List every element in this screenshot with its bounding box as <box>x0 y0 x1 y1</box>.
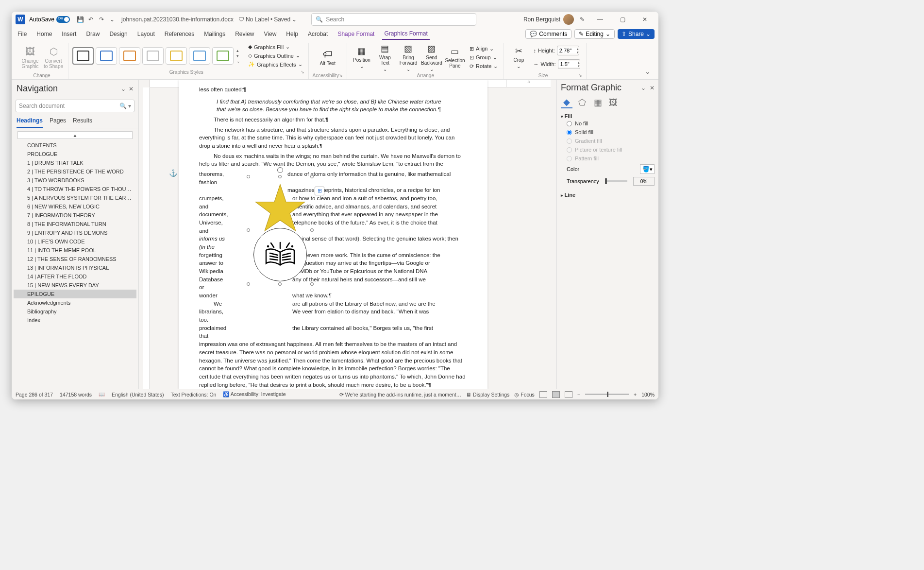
alt-text-button[interactable]: 🏷Alt Text <box>317 43 338 72</box>
document-page[interactable]: less often quoted:¶ I find that A) treme… <box>179 80 487 389</box>
zoom-slider[interactable] <box>585 394 629 395</box>
fmt-dropdown-icon[interactable]: ⌄ <box>641 85 646 91</box>
editing-dropdown[interactable]: ✎ Editing ⌄ <box>574 29 615 39</box>
fill-section-header[interactable]: Fill <box>561 113 655 119</box>
resize-handle[interactable] <box>278 282 282 286</box>
resize-handle[interactable] <box>310 228 314 232</box>
effects-tab-icon[interactable]: ⬠ <box>576 97 588 108</box>
search-input[interactable]: 🔍 Search <box>311 13 476 26</box>
word-count[interactable]: 147158 words <box>60 392 92 397</box>
nav-outline-item[interactable]: 14 | AFTER THE FLOOD <box>14 272 136 281</box>
zoom-level[interactable]: 100% <box>641 392 655 397</box>
tab-review[interactable]: Review <box>233 29 256 39</box>
graphics-effects-dropdown[interactable]: ✨ Graphics Effects ⌄ <box>246 60 304 69</box>
nav-outline-item[interactable]: Acknowledgments <box>14 298 136 307</box>
tab-graphics-format[interactable]: Graphics Format <box>382 28 429 40</box>
read-mode-icon[interactable] <box>539 391 547 398</box>
maximize-button[interactable]: ▢ <box>613 13 632 26</box>
focus-mode[interactable]: ◎ Focus <box>514 392 535 397</box>
sensitivity-label[interactable]: 🛡 No Label • Saved ⌄ <box>238 16 297 23</box>
resize-handle[interactable] <box>247 228 250 232</box>
zoom-out[interactable]: − <box>577 392 580 397</box>
styles-launcher-icon[interactable]: ↘ <box>301 69 304 75</box>
body-text[interactable]: less often quoted:¶ <box>199 86 467 94</box>
graphic-style-5[interactable] <box>166 47 187 65</box>
page-count[interactable]: Page 286 of 317 <box>16 392 53 397</box>
graphics-outline-dropdown[interactable]: ◇ Graphics Outline ⌄ <box>246 52 304 60</box>
nav-outline-item[interactable]: 6 | NEW WIRES, NEW LOGIC <box>14 202 136 211</box>
nav-jump-up[interactable]: ▲ <box>17 131 133 139</box>
nav-outline-list[interactable]: ▲ CONTENTSPROLOGUE1 | DRUMS THAT TALK2 |… <box>12 128 138 389</box>
tab-view[interactable]: View <box>262 29 279 39</box>
nav-tab-headings[interactable]: Headings <box>17 117 43 128</box>
picture-fill-radio[interactable]: Picture or texture fill <box>561 145 655 154</box>
fmt-close-icon[interactable]: ✕ <box>650 85 655 91</box>
transparency-slider[interactable] <box>605 180 627 182</box>
autosave-toggle[interactable]: AutoSave On <box>29 16 70 23</box>
styles-gallery-more[interactable]: ▴▾⌄ <box>235 48 240 64</box>
toggle-switch-icon[interactable]: On <box>56 16 70 23</box>
nav-search-input[interactable]: Search document 🔍 ▾ <box>16 100 134 112</box>
redo-icon[interactable]: ↷ <box>96 14 107 25</box>
resize-handle[interactable] <box>247 282 250 286</box>
body-text[interactable]: The network has a structure, and that st… <box>199 126 467 150</box>
align-dropdown[interactable]: ⊞ Align ⌄ <box>468 45 500 53</box>
height-input[interactable] <box>557 48 577 53</box>
layout-tab-icon[interactable]: ▦ <box>592 97 604 108</box>
language[interactable]: English (United States) <box>112 392 164 397</box>
nav-outline-item[interactable]: 3 | TWO WORDBOOKS <box>14 176 136 185</box>
spellcheck-icon[interactable]: 📖 <box>99 391 105 397</box>
filename[interactable]: johnson.pat.20231030.the-information.doc… <box>121 16 234 23</box>
nav-outline-item[interactable]: 12 | THE SENSE OF RANDOMNESS <box>14 255 136 263</box>
nav-outline-item[interactable]: Index <box>14 316 136 325</box>
nav-tab-results[interactable]: Results <box>73 117 92 128</box>
save-icon[interactable]: 💾 <box>75 14 85 25</box>
nav-outline-item[interactable]: Bibliography <box>14 307 136 316</box>
selection-pane-button[interactable]: ▭Selection Pane <box>444 43 466 72</box>
blockquote[interactable]: I find that A) tremendously comforting t… <box>217 98 450 114</box>
body-text[interactable]: impression was one of extravagant happin… <box>199 340 467 389</box>
nav-tab-pages[interactable]: Pages <box>50 117 66 128</box>
nav-outline-item[interactable]: 8 | THE INFORMATIONAL TURN <box>14 220 136 228</box>
display-settings[interactable]: 🖥 Display Settings <box>466 392 509 397</box>
share-button[interactable]: ⇧ Share ⌄ <box>618 29 655 39</box>
fill-line-tab-icon[interactable]: ◆ <box>561 97 572 108</box>
pattern-fill-radio[interactable]: Pattern fill <box>561 154 655 163</box>
nav-outline-item[interactable]: 2 | THE PERSISTENCE OF THE WORD <box>14 167 136 176</box>
anchor-icon[interactable]: ⚓ <box>169 169 177 177</box>
qat-customize-icon[interactable]: ⌄ <box>107 14 118 25</box>
nav-outline-item[interactable]: 7 | INFORMATION THEORY <box>14 211 136 220</box>
comments-button[interactable]: 💬 Comments <box>525 29 571 39</box>
rotate-handle[interactable] <box>277 167 283 173</box>
body-text[interactable]: There is not necessarily an algorithm fo… <box>199 116 467 124</box>
nav-outline-item[interactable]: 11 | INTO THE MEME POOL <box>14 246 136 255</box>
gradient-fill-radio[interactable]: Gradient fill <box>561 137 655 145</box>
fill-color-button[interactable]: 🪣▾ <box>640 164 655 174</box>
user-name[interactable]: Ron Bergquist <box>523 16 560 23</box>
selected-graphic[interactable]: ⊞ <box>249 177 312 284</box>
print-layout-icon[interactable] <box>552 391 560 398</box>
collapse-ribbon-icon[interactable]: ⌄ <box>641 64 655 79</box>
graphic-style-1[interactable] <box>72 47 94 65</box>
tab-acrobat[interactable]: Acrobat <box>306 29 330 39</box>
graphic-style-2[interactable] <box>96 47 117 65</box>
width-input[interactable] <box>558 61 578 67</box>
tab-insert[interactable]: Insert <box>60 29 78 39</box>
nav-outline-item[interactable]: PROLOGUE <box>14 150 136 158</box>
rotate-dropdown[interactable]: ⟳ Rotate ⌄ <box>468 62 500 70</box>
nav-outline-item[interactable]: CONTENTS <box>14 141 136 150</box>
graphic-style-6[interactable] <box>189 47 210 65</box>
star-shape[interactable] <box>253 182 307 235</box>
vertical-ruler[interactable] <box>143 87 150 389</box>
graphics-fill-dropdown[interactable]: ◆ Graphics Fill ⌄ <box>246 43 304 51</box>
transparency-value[interactable]: 0% <box>633 177 655 186</box>
resize-handle[interactable] <box>247 175 250 178</box>
tab-layout[interactable]: Layout <box>135 29 157 39</box>
tab-home[interactable]: Home <box>34 29 54 39</box>
line-section-header[interactable]: Line <box>561 192 655 198</box>
accessibility-status[interactable]: ♿ Accessibility: Investigate <box>223 391 286 397</box>
book-graphic[interactable] <box>253 228 307 281</box>
wrap-text-button[interactable]: ▤Wrap Text⌄ <box>374 43 396 72</box>
tab-mailings[interactable]: Mailings <box>202 29 227 39</box>
solid-fill-radio[interactable]: Solid fill <box>561 128 655 137</box>
